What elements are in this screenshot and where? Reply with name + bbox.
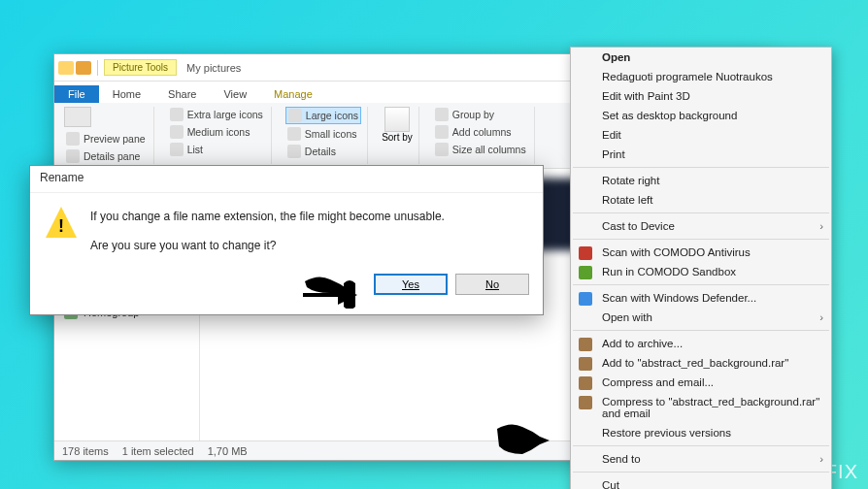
status-selected: 1 item selected (122, 445, 194, 457)
large-icons-button[interactable]: Large icons (285, 107, 361, 124)
cm-send-to[interactable]: Send to› (571, 449, 831, 469)
cm-print[interactable]: Print (571, 145, 831, 164)
archive-icon (579, 357, 592, 371)
picture-tools-badge: Picture Tools (104, 59, 177, 76)
sort-by-button[interactable] (384, 107, 410, 132)
context-menu: Open Redaguoti programele Nuotraukos Edi… (570, 47, 832, 489)
details-pane-button[interactable]: Details pane (64, 148, 148, 164)
tab-home[interactable]: Home (99, 85, 154, 103)
medium-icons-button[interactable]: Medium icons (168, 124, 265, 140)
group-by-button[interactable]: Group by (433, 107, 528, 122)
cm-cut[interactable]: Cut (571, 475, 831, 489)
cm-scan-comodo[interactable]: Scan with COMODO Antivirus (571, 243, 831, 262)
tab-file[interactable]: File (54, 85, 99, 103)
small-icons-button[interactable]: Small icons (285, 126, 361, 142)
archive-icon (579, 376, 592, 390)
cm-rotate-right[interactable]: Rotate right (571, 171, 831, 190)
cm-open-with[interactable]: Open with› (571, 308, 831, 327)
no-button[interactable]: No (455, 274, 529, 295)
breadcrumb: My pictures (186, 62, 241, 74)
size-all-columns-button[interactable]: Size all columns (433, 142, 528, 157)
cm-rotate-left[interactable]: Rotate left (571, 190, 831, 210)
dialog-message: If you change a file name extension, the… (90, 207, 445, 256)
comodo-sandbox-icon (579, 266, 592, 279)
preview-pane-button[interactable]: Preview pane (64, 131, 148, 147)
add-columns-button[interactable]: Add columns (433, 124, 528, 140)
cm-edit-photos[interactable]: Redaguoti programele Nuotraukos (571, 67, 831, 86)
cm-set-background[interactable]: Set as desktop background (571, 106, 831, 125)
navigation-pane-button[interactable] (64, 107, 91, 127)
folder-icon (76, 61, 91, 75)
cm-compress-email[interactable]: Compress and email... (571, 373, 831, 392)
archive-icon (579, 338, 592, 351)
cm-run-comodo-sandbox[interactable]: Run in COMODO Sandbox (571, 262, 831, 281)
sort-by-label: Sort by (382, 132, 413, 143)
tab-manage[interactable]: Manage (260, 85, 326, 103)
cm-open[interactable]: Open (571, 48, 831, 67)
defender-icon (579, 292, 592, 306)
chevron-right-icon: › (819, 311, 823, 323)
cm-cast-to-device[interactable]: Cast to Device› (571, 216, 831, 236)
list-button[interactable]: List (168, 142, 265, 157)
cm-add-to-archive[interactable]: Add to archive... (571, 334, 831, 353)
cm-restore-versions[interactable]: Restore previous versions (571, 423, 831, 442)
titlebar-quick-access (58, 60, 102, 76)
status-size: 1,70 MB (208, 445, 248, 457)
tab-share[interactable]: Share (154, 85, 210, 103)
status-item-count: 178 items (62, 445, 109, 457)
dialog-title: Rename (30, 166, 543, 193)
yes-button[interactable]: Yes (374, 274, 448, 295)
cm-add-to-rar[interactable]: Add to "abstract_red_background.rar" (571, 353, 831, 373)
chevron-right-icon: › (819, 453, 823, 465)
cm-paint3d[interactable]: Edit with Paint 3D (571, 86, 831, 106)
warning-icon: ! (46, 207, 77, 238)
cm-edit[interactable]: Edit (571, 125, 831, 145)
cm-compress-to-rar-email[interactable]: Compress to "abstract_red_background.rar… (571, 392, 831, 423)
rename-dialog: Rename ! If you change a file name exten… (29, 165, 544, 315)
details-button[interactable]: Details (285, 144, 361, 159)
cm-scan-defender[interactable]: Scan with Windows Defender... (571, 288, 831, 308)
folder-icon (58, 61, 74, 75)
archive-icon (579, 396, 592, 409)
pointer-hand-icon (301, 264, 373, 312)
tab-view[interactable]: View (210, 85, 260, 103)
comodo-icon (579, 246, 592, 260)
pointer-hand-icon (493, 411, 565, 460)
extra-large-icons-button[interactable]: Extra large icons (168, 107, 265, 122)
chevron-right-icon: › (819, 220, 823, 232)
